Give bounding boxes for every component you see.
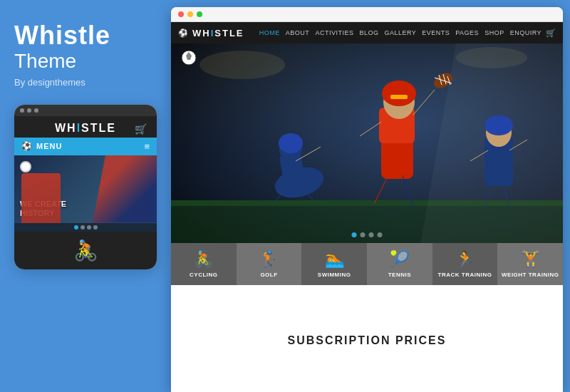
hero-dot-3 xyxy=(369,232,374,237)
activity-cycling[interactable]: 🚴 CYCLING xyxy=(171,243,237,285)
nav-enquiry[interactable]: ENQUIRY xyxy=(510,29,542,36)
browser-chrome xyxy=(171,7,563,22)
dot-2 xyxy=(27,108,31,113)
mobile-cart-icon[interactable]: 🛒 xyxy=(135,123,147,135)
nav-events[interactable]: EVENTS xyxy=(422,29,450,36)
swimming-label: SWIMMING xyxy=(318,272,351,278)
activity-weight[interactable]: 🏋 WEIGHT TRAINING xyxy=(497,243,563,285)
soccer-ball-icon: ⚽ xyxy=(21,141,32,151)
svg-point-28 xyxy=(484,115,513,135)
mobile-activity-section: 🚴 xyxy=(14,232,157,269)
activity-track[interactable]: 🏃 TRACK TRAINING xyxy=(432,243,498,285)
hero-dot-2 xyxy=(361,232,366,237)
mobile-top-bar xyxy=(14,105,157,116)
subscription-title: SUBSCRIPTION PRICES xyxy=(288,334,447,347)
golf-label: GOLF xyxy=(260,272,277,278)
mobile-slide-dots xyxy=(14,223,157,232)
dot-slide-2 xyxy=(81,225,85,229)
nav-about[interactable]: ABOUT xyxy=(286,29,310,36)
hero-dot-4 xyxy=(378,232,383,237)
tennis-icon: 🎾 xyxy=(390,250,409,269)
swimming-icon: 🏊 xyxy=(325,250,344,269)
dot-3 xyxy=(34,108,38,113)
dot-slide-1 xyxy=(74,225,78,229)
nav-blog[interactable]: BLOG xyxy=(359,29,378,36)
browser-minimize[interactable] xyxy=(187,11,193,17)
mobile-menu-bar: ⚽ MENU ≡ xyxy=(14,138,157,155)
svg-point-0 xyxy=(200,51,285,79)
cycling-icon: 🚴 xyxy=(194,250,213,269)
cycling-icon-mobile: 🚴 xyxy=(73,239,98,262)
nav-pages[interactable]: PAGES xyxy=(455,29,479,36)
activity-golf[interactable]: 🏌 GOLF xyxy=(237,243,302,285)
left-panel: Whistle Theme By designthemes WHISTLE 🛒 … xyxy=(0,0,171,392)
hamburger-icon[interactable]: ≡ xyxy=(144,141,150,152)
mobile-soccer-ball xyxy=(20,161,31,172)
brand-title: Whistle Theme By designthemes xyxy=(14,21,157,105)
hero-slide-dots xyxy=(352,232,383,237)
browser-mockup: ⚽ WHISTLE HOME ABOUT ACTIVITIES BLOG GAL… xyxy=(171,7,563,392)
subscription-section: SUBSCRIPTION PRICES xyxy=(171,285,563,392)
cycling-label: CYCLING xyxy=(190,272,218,278)
mobile-mockup: WHISTLE 🛒 ⚽ MENU ≡ WE CREATE HISTORY xyxy=(14,105,157,269)
mobile-logo-bar: WHISTLE 🛒 xyxy=(14,116,157,138)
mobile-hero: WE CREATE HISTORY xyxy=(14,155,157,223)
weight-label: WEIGHT TRAINING xyxy=(502,272,559,278)
site-logo: WHISTLE xyxy=(192,28,244,38)
hero-player-illustration xyxy=(171,43,563,243)
svg-rect-16 xyxy=(390,95,408,99)
nav-cart-icon[interactable]: 🛒 xyxy=(546,29,556,38)
nav-shop[interactable]: SHOP xyxy=(484,29,504,36)
nav-home[interactable]: HOME xyxy=(259,29,280,36)
site-logo-highlight: I xyxy=(211,28,215,38)
dot-slide-4 xyxy=(93,225,98,229)
track-label: TRACK TRAINING xyxy=(438,272,492,278)
svg-point-8 xyxy=(279,133,303,153)
activities-bar: 🚴 CYCLING 🏌 GOLF 🏊 SWIMMING 🎾 TENNIS 🏃 T… xyxy=(171,243,563,285)
site-nav: ⚽ WHISTLE HOME ABOUT ACTIVITIES BLOG GAL… xyxy=(171,22,563,43)
dot-slide-3 xyxy=(87,225,91,229)
golf-icon: 🏌 xyxy=(259,250,279,269)
activity-tennis[interactable]: 🎾 TENNIS xyxy=(367,243,432,285)
site-hero xyxy=(171,43,563,243)
svg-line-18 xyxy=(360,122,381,136)
mobile-logo-highlight: I xyxy=(77,122,81,134)
weight-icon: 🏋 xyxy=(521,250,540,269)
svg-point-15 xyxy=(382,81,416,106)
nav-soccer-icon: ⚽ xyxy=(178,29,188,38)
svg-line-17 xyxy=(413,90,435,115)
nav-activities[interactable]: ACTIVITIES xyxy=(315,29,353,36)
nav-links: HOME ABOUT ACTIVITIES BLOG GALLERY EVENT… xyxy=(259,29,542,36)
svg-line-19 xyxy=(374,175,388,204)
mobile-menu-label: MENU xyxy=(36,142,62,150)
browser-maximize[interactable] xyxy=(197,11,202,17)
nav-gallery[interactable]: GALLERY xyxy=(384,29,416,36)
mobile-player-body xyxy=(21,173,61,223)
mobile-player-shape xyxy=(93,155,157,223)
track-icon: 🏃 xyxy=(455,250,475,269)
dot-1 xyxy=(20,108,24,113)
browser-close[interactable] xyxy=(178,11,184,17)
hero-dot-1 xyxy=(352,232,357,237)
tennis-label: TENNIS xyxy=(388,272,411,278)
activity-swimming[interactable]: 🏊 SWIMMING xyxy=(301,243,367,285)
